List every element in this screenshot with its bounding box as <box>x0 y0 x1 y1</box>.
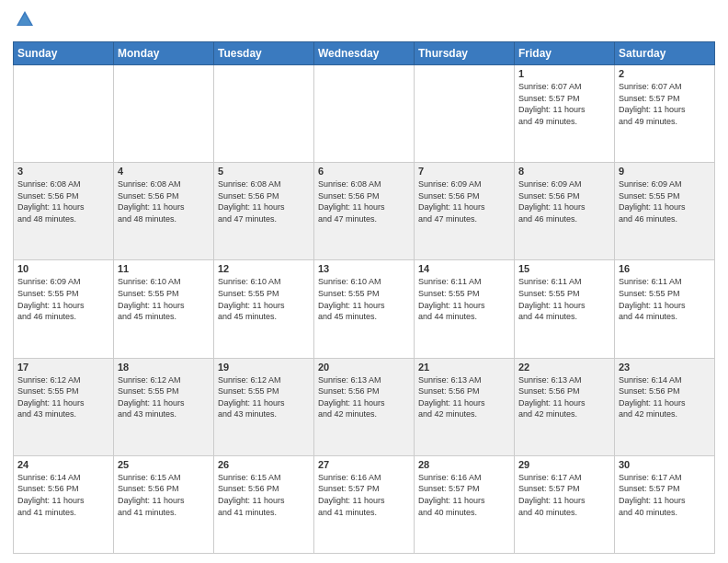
day-number: 11 <box>118 263 210 274</box>
day-number: 2 <box>619 68 711 79</box>
day-number: 27 <box>318 459 410 470</box>
day-info: Sunrise: 6:08 AM Sunset: 5:56 PM Dayligh… <box>218 178 310 224</box>
calendar-cell: 13Sunrise: 6:10 AM Sunset: 5:55 PM Dayli… <box>314 260 415 358</box>
calendar-cell: 30Sunrise: 6:17 AM Sunset: 5:57 PM Dayli… <box>615 455 715 553</box>
calendar-cell: 5Sunrise: 6:08 AM Sunset: 5:56 PM Daylig… <box>214 163 314 260</box>
day-number: 4 <box>118 166 210 177</box>
weekday-header-thursday: Thursday <box>415 42 515 65</box>
day-info: Sunrise: 6:11 AM Sunset: 5:55 PM Dayligh… <box>418 276 510 322</box>
weekday-header-row: SundayMondayTuesdayWednesdayThursdayFrid… <box>14 42 715 65</box>
day-number: 23 <box>619 362 711 373</box>
calendar-cell: 26Sunrise: 6:15 AM Sunset: 5:56 PM Dayli… <box>214 455 314 553</box>
page: SundayMondayTuesdayWednesdayThursdayFrid… <box>0 0 728 563</box>
logo-icon <box>15 9 35 29</box>
calendar-cell: 1Sunrise: 6:07 AM Sunset: 5:57 PM Daylig… <box>515 65 615 163</box>
day-info: Sunrise: 6:12 AM Sunset: 5:55 PM Dayligh… <box>118 374 210 420</box>
calendar-cell: 15Sunrise: 6:11 AM Sunset: 5:55 PM Dayli… <box>515 260 615 358</box>
calendar-cell: 2Sunrise: 6:07 AM Sunset: 5:57 PM Daylig… <box>615 65 715 163</box>
day-number: 15 <box>518 263 610 274</box>
calendar-cell: 12Sunrise: 6:10 AM Sunset: 5:55 PM Dayli… <box>214 260 314 358</box>
day-info: Sunrise: 6:16 AM Sunset: 5:57 PM Dayligh… <box>318 472 410 518</box>
day-info: Sunrise: 6:07 AM Sunset: 5:57 PM Dayligh… <box>518 81 610 127</box>
day-info: Sunrise: 6:15 AM Sunset: 5:56 PM Dayligh… <box>118 472 210 518</box>
day-info: Sunrise: 6:14 AM Sunset: 5:56 PM Dayligh… <box>619 374 711 420</box>
day-info: Sunrise: 6:12 AM Sunset: 5:55 PM Dayligh… <box>218 374 310 420</box>
calendar-cell: 9Sunrise: 6:09 AM Sunset: 5:55 PM Daylig… <box>615 163 715 260</box>
day-number: 13 <box>318 263 410 274</box>
day-info: Sunrise: 6:16 AM Sunset: 5:57 PM Dayligh… <box>418 472 510 518</box>
weekday-header-sunday: Sunday <box>14 42 114 65</box>
day-info: Sunrise: 6:09 AM Sunset: 5:55 PM Dayligh… <box>619 178 711 224</box>
day-info: Sunrise: 6:09 AM Sunset: 5:56 PM Dayligh… <box>518 178 610 224</box>
calendar-cell <box>114 65 214 163</box>
calendar-cell: 7Sunrise: 6:09 AM Sunset: 5:56 PM Daylig… <box>415 163 515 260</box>
calendar-cell: 11Sunrise: 6:10 AM Sunset: 5:55 PM Dayli… <box>114 260 214 358</box>
calendar-table: SundayMondayTuesdayWednesdayThursdayFrid… <box>13 41 715 554</box>
day-number: 3 <box>17 166 109 177</box>
calendar-cell: 23Sunrise: 6:14 AM Sunset: 5:56 PM Dayli… <box>615 358 715 455</box>
day-number: 24 <box>17 459 109 470</box>
day-number: 9 <box>619 166 711 177</box>
day-number: 6 <box>318 166 410 177</box>
logo-general <box>13 9 35 34</box>
weekday-header-friday: Friday <box>515 42 615 65</box>
day-number: 26 <box>218 459 310 470</box>
calendar-cell: 17Sunrise: 6:12 AM Sunset: 5:55 PM Dayli… <box>14 358 114 455</box>
day-info: Sunrise: 6:11 AM Sunset: 5:55 PM Dayligh… <box>518 276 610 322</box>
calendar-cell <box>214 65 314 163</box>
calendar-week-4: 17Sunrise: 6:12 AM Sunset: 5:55 PM Dayli… <box>14 358 715 455</box>
calendar-cell: 21Sunrise: 6:13 AM Sunset: 5:56 PM Dayli… <box>415 358 515 455</box>
day-number: 30 <box>619 459 711 470</box>
day-info: Sunrise: 6:10 AM Sunset: 5:55 PM Dayligh… <box>218 276 310 322</box>
day-number: 25 <box>118 459 210 470</box>
calendar-cell: 20Sunrise: 6:13 AM Sunset: 5:56 PM Dayli… <box>314 358 415 455</box>
day-number: 8 <box>518 166 610 177</box>
calendar-cell: 24Sunrise: 6:14 AM Sunset: 5:56 PM Dayli… <box>14 455 114 553</box>
calendar-cell: 8Sunrise: 6:09 AM Sunset: 5:56 PM Daylig… <box>515 163 615 260</box>
calendar-cell: 19Sunrise: 6:12 AM Sunset: 5:55 PM Dayli… <box>214 358 314 455</box>
calendar-cell: 22Sunrise: 6:13 AM Sunset: 5:56 PM Dayli… <box>515 358 615 455</box>
day-info: Sunrise: 6:08 AM Sunset: 5:56 PM Dayligh… <box>318 178 410 224</box>
day-info: Sunrise: 6:13 AM Sunset: 5:56 PM Dayligh… <box>418 374 510 420</box>
calendar-cell: 28Sunrise: 6:16 AM Sunset: 5:57 PM Dayli… <box>415 455 515 553</box>
calendar-week-2: 3Sunrise: 6:08 AM Sunset: 5:56 PM Daylig… <box>14 163 715 260</box>
day-number: 14 <box>418 263 510 274</box>
day-info: Sunrise: 6:10 AM Sunset: 5:55 PM Dayligh… <box>118 276 210 322</box>
day-info: Sunrise: 6:17 AM Sunset: 5:57 PM Dayligh… <box>619 472 711 518</box>
day-number: 1 <box>518 68 610 79</box>
day-number: 10 <box>17 263 109 274</box>
calendar-cell: 10Sunrise: 6:09 AM Sunset: 5:55 PM Dayli… <box>14 260 114 358</box>
day-number: 22 <box>518 362 610 373</box>
calendar-cell: 14Sunrise: 6:11 AM Sunset: 5:55 PM Dayli… <box>415 260 515 358</box>
calendar-cell: 18Sunrise: 6:12 AM Sunset: 5:55 PM Dayli… <box>114 358 214 455</box>
weekday-header-monday: Monday <box>114 42 214 65</box>
calendar-cell: 29Sunrise: 6:17 AM Sunset: 5:57 PM Dayli… <box>515 455 615 553</box>
weekday-header-wednesday: Wednesday <box>314 42 415 65</box>
day-info: Sunrise: 6:12 AM Sunset: 5:55 PM Dayligh… <box>17 374 109 420</box>
day-info: Sunrise: 6:08 AM Sunset: 5:56 PM Dayligh… <box>17 178 109 224</box>
weekday-header-saturday: Saturday <box>615 42 715 65</box>
calendar-week-1: 1Sunrise: 6:07 AM Sunset: 5:57 PM Daylig… <box>14 65 715 163</box>
day-number: 20 <box>318 362 410 373</box>
day-info: Sunrise: 6:11 AM Sunset: 5:55 PM Dayligh… <box>619 276 711 322</box>
day-info: Sunrise: 6:15 AM Sunset: 5:56 PM Dayligh… <box>218 472 310 518</box>
logo <box>13 9 35 34</box>
header <box>13 9 715 34</box>
day-info: Sunrise: 6:13 AM Sunset: 5:56 PM Dayligh… <box>318 374 410 420</box>
day-info: Sunrise: 6:17 AM Sunset: 5:57 PM Dayligh… <box>518 472 610 518</box>
day-info: Sunrise: 6:07 AM Sunset: 5:57 PM Dayligh… <box>619 81 711 127</box>
day-info: Sunrise: 6:09 AM Sunset: 5:56 PM Dayligh… <box>418 178 510 224</box>
day-info: Sunrise: 6:10 AM Sunset: 5:55 PM Dayligh… <box>318 276 410 322</box>
weekday-header-tuesday: Tuesday <box>214 42 314 65</box>
calendar-cell: 4Sunrise: 6:08 AM Sunset: 5:56 PM Daylig… <box>114 163 214 260</box>
day-number: 21 <box>418 362 510 373</box>
calendar-cell: 6Sunrise: 6:08 AM Sunset: 5:56 PM Daylig… <box>314 163 415 260</box>
calendar-week-5: 24Sunrise: 6:14 AM Sunset: 5:56 PM Dayli… <box>14 455 715 553</box>
day-number: 29 <box>518 459 610 470</box>
calendar-cell: 3Sunrise: 6:08 AM Sunset: 5:56 PM Daylig… <box>14 163 114 260</box>
calendar-cell: 16Sunrise: 6:11 AM Sunset: 5:55 PM Dayli… <box>615 260 715 358</box>
calendar-cell <box>314 65 415 163</box>
day-info: Sunrise: 6:14 AM Sunset: 5:56 PM Dayligh… <box>17 472 109 518</box>
day-number: 5 <box>218 166 310 177</box>
calendar-week-3: 10Sunrise: 6:09 AM Sunset: 5:55 PM Dayli… <box>14 260 715 358</box>
